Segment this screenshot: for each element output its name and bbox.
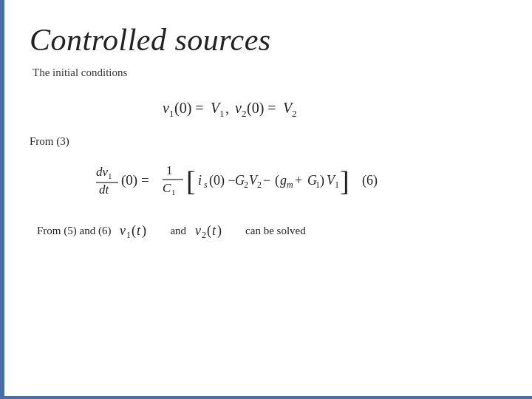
left-accent-border — [0, 0, 4, 399]
svg-text:(: ( — [132, 223, 136, 239]
svg-text:v: v — [235, 100, 242, 116]
svg-text:g: g — [280, 173, 287, 188]
svg-text:1: 1 — [219, 108, 225, 119]
section1-label: From (3) — [30, 135, 517, 148]
bottom-accent-border — [0, 396, 532, 399]
from3-formula: dv 1 dt (0) = 1 C 1 [ i s (0) − G — [30, 155, 517, 207]
svg-text:): ) — [142, 223, 146, 239]
svg-text:2: 2 — [257, 180, 262, 190]
svg-text:m: m — [287, 180, 293, 190]
section2-label: From (5) and (6) — [37, 225, 111, 237]
svg-text:2: 2 — [244, 180, 248, 190]
svg-text:(6): (6) — [362, 173, 378, 188]
svg-text:C: C — [163, 181, 171, 195]
svg-text:2: 2 — [202, 230, 206, 240]
svg-text:v: v — [195, 223, 201, 238]
can-be-solved-label: can be solved — [245, 225, 306, 237]
formula-svg-2: dv 1 dt (0) = 1 C 1 [ i s (0) − G — [89, 155, 458, 207]
svg-text:(: ( — [207, 223, 211, 239]
svg-text:dt: dt — [99, 183, 110, 197]
svg-text:(0) −: (0) − — [209, 173, 236, 188]
svg-text:−: − — [263, 173, 270, 188]
svg-text:1: 1 — [108, 171, 112, 180]
formula-svg-1: v 1 (0) = V 1 , v 2 (0) = V 2 — [155, 92, 392, 122]
svg-text:1: 1 — [169, 108, 174, 119]
svg-text:): ) — [217, 223, 222, 239]
svg-text:1: 1 — [166, 163, 173, 177]
svg-text:,: , — [225, 100, 229, 116]
svg-text:2: 2 — [292, 108, 297, 119]
svg-text:(: ( — [275, 173, 279, 188]
slide-subtitle: The initial conditions — [33, 66, 517, 79]
svg-text:1: 1 — [171, 188, 176, 197]
svg-text:]: ] — [340, 166, 349, 197]
svg-text:i: i — [198, 173, 202, 188]
svg-text:(0) =: (0) = — [174, 100, 204, 117]
content-area: Controlled sources The initial condition… — [30, 22, 517, 241]
svg-text:s: s — [204, 180, 208, 190]
svg-text:dv: dv — [96, 165, 109, 179]
svg-text:v: v — [120, 223, 126, 238]
and-label: and — [170, 225, 186, 237]
svg-text:t: t — [137, 223, 141, 238]
svg-text:1: 1 — [335, 180, 339, 190]
svg-text:1: 1 — [126, 230, 131, 240]
v2t-formula: v 2 ( t ) — [194, 220, 238, 241]
svg-text:v: v — [163, 100, 169, 116]
initial-conditions-formula: v 1 (0) = V 1 , v 2 (0) = V 2 — [30, 92, 517, 122]
svg-text:(0) =: (0) = — [121, 172, 149, 188]
svg-text:+: + — [295, 173, 302, 188]
svg-text:2: 2 — [242, 108, 247, 119]
from5-row: From (5) and (6) v 1 ( t ) and v 2 ( t )… — [37, 220, 517, 241]
svg-text:(0) =: (0) = — [247, 100, 276, 117]
slide-title: Controlled sources — [30, 22, 517, 58]
svg-text:[: [ — [186, 166, 196, 197]
svg-text:t: t — [212, 223, 216, 238]
svg-text:): ) — [320, 173, 324, 188]
v1t-formula: v 1 ( t ) — [118, 220, 163, 241]
slide: Controlled sources The initial condition… — [0, 0, 532, 399]
